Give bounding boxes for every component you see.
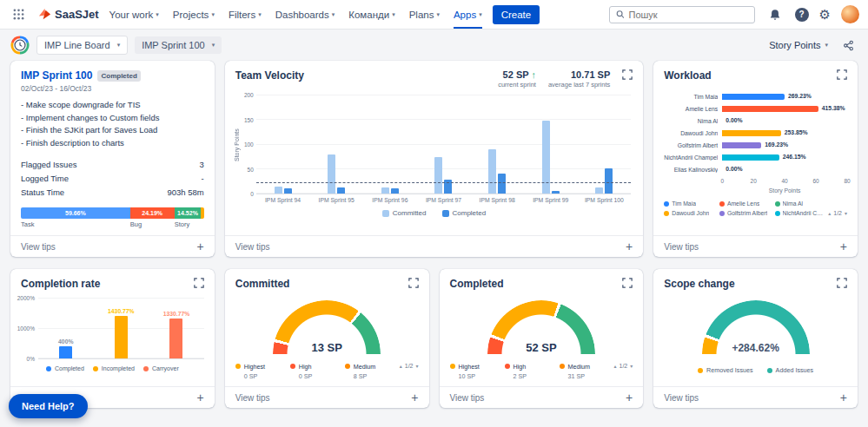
chevron-down-icon: ▾ (258, 11, 262, 18)
chevron-down-icon: ▾ (479, 11, 482, 18)
card-title: Workload (664, 69, 711, 82)
add-icon[interactable]: + (197, 391, 204, 404)
page-down-icon[interactable]: ▾ (845, 210, 847, 216)
legend-item[interactable]: Dawoudi John (664, 210, 714, 216)
legend-label: Golfstrim Albert (727, 210, 767, 216)
legend-item[interactable]: Highest10 SP (450, 363, 501, 380)
legend-item-removed[interactable]: Removed Issues (698, 366, 753, 374)
user-avatar[interactable] (841, 5, 859, 23)
search-input[interactable] (628, 10, 747, 20)
legend-pager[interactable]: ▴1/2▾ (828, 210, 847, 216)
share-icon[interactable] (838, 36, 858, 55)
settings-icon[interactable]: ⚙ (819, 8, 831, 21)
expand-icon[interactable] (194, 278, 204, 288)
workload-bar-track: 415.38% (722, 106, 847, 112)
legend-item[interactable]: Tim Maia (664, 200, 714, 207)
add-icon[interactable]: + (626, 240, 633, 253)
workload-row: Elias Kalinovskiy0.00% (660, 163, 847, 175)
nav-apps[interactable]: Apps▾ (454, 0, 482, 29)
completion-bar (59, 346, 72, 358)
page-up-icon[interactable]: ▴ (828, 210, 831, 216)
add-icon[interactable]: + (840, 391, 847, 404)
x-axis-label: IPM Sprint 97 (417, 197, 471, 203)
legend-item-added[interactable]: Added Issues (767, 366, 814, 374)
nav-filters[interactable]: Filters▾ (229, 0, 262, 29)
y-tick-label: 0% (27, 356, 35, 362)
search-box[interactable] (609, 6, 755, 23)
expand-icon[interactable] (837, 69, 847, 80)
notifications-icon[interactable] (765, 5, 785, 24)
expand-icon[interactable] (622, 278, 633, 288)
legend-item[interactable]: Highest0 SP (235, 363, 287, 380)
nav-your-work[interactable]: Your work▾ (109, 0, 159, 29)
velocity-bar-completed (498, 174, 506, 194)
team-velocity-card: Team Velocity 52 SP ↑ current sprint 10.… (225, 61, 644, 257)
legend-item[interactable]: Medium8 SP (345, 363, 396, 380)
add-icon[interactable]: + (411, 391, 418, 404)
x-tick-label: 20 (751, 178, 757, 184)
main-nav: Your work▾ Projects▾ Filters▾ Dashboards… (109, 0, 482, 29)
legend-pager[interactable]: ▴1/2▾ (614, 363, 633, 369)
nav-plans[interactable]: Plans▾ (409, 0, 440, 29)
expand-icon[interactable] (622, 69, 633, 80)
y-tick-label: 100 (244, 141, 254, 148)
legend-dot (450, 364, 455, 369)
legend-pager[interactable]: ▴1/2▾ (400, 363, 419, 369)
y-tick-label: 150 (244, 117, 254, 123)
legend-label: NichtAndrii Champel (783, 210, 825, 216)
board-select[interactable]: IMP Line Board▾ (36, 36, 128, 55)
page-down-icon[interactable]: ▾ (630, 363, 633, 369)
workload-value: 269.23% (788, 93, 812, 99)
x-axis-label: IPM Sprint 98 (470, 197, 524, 203)
workload-row: Nima Al0.00% (660, 115, 847, 127)
y-tick-label: 200 (244, 92, 254, 98)
view-tips-link[interactable]: View tips (450, 393, 485, 403)
sprint-select[interactable]: IMP Sprint 100▾ (135, 36, 222, 54)
legend-item-carryover[interactable]: Carryover (143, 365, 179, 371)
legend-item[interactable]: Nima Al (775, 200, 825, 207)
legend-item[interactable]: Golfstrim Albert (719, 210, 770, 216)
legend-item[interactable]: NichtAndrii Champel (775, 210, 825, 216)
workload-value: 169.23% (765, 141, 788, 148)
average-stat: 10.71 SP average last 7 sprints (548, 69, 610, 89)
expand-icon[interactable] (837, 278, 847, 288)
view-tips-link[interactable]: View tips (235, 393, 270, 403)
nav-teams[interactable]: Команди▾ (348, 0, 394, 29)
page-down-icon[interactable]: ▾ (416, 363, 419, 369)
legend-item-incompleted[interactable]: Incompleted (93, 365, 135, 371)
expand-icon[interactable] (408, 278, 419, 288)
nav-dashboards[interactable]: Dashboards▾ (275, 0, 335, 29)
legend-item[interactable]: Medium31 SP (560, 363, 611, 380)
nav-projects[interactable]: Projects▾ (173, 0, 215, 29)
view-tips-link[interactable]: View tips (235, 242, 270, 252)
view-tips-link[interactable]: View tips (664, 242, 699, 252)
legend-item-committed[interactable]: Committed (382, 209, 427, 217)
legend-item[interactable]: Amelie Lens (719, 200, 770, 207)
app-switcher-icon[interactable] (9, 5, 28, 24)
legend-item[interactable]: High2 SP (505, 363, 556, 380)
page-up-icon[interactable]: ▴ (400, 363, 402, 369)
sprint-title[interactable]: IMP Sprint 100 (21, 69, 92, 82)
create-button[interactable]: Create (493, 5, 540, 24)
workload-bar (722, 142, 761, 148)
saasjet-logo[interactable]: SaaSJet (38, 8, 99, 21)
add-icon[interactable]: + (840, 240, 847, 253)
velocity-bar-completed (391, 188, 399, 194)
legend-item[interactable]: High0 SP (290, 363, 341, 380)
page-up-icon[interactable]: ▴ (614, 363, 617, 369)
help-icon[interactable]: ? (795, 8, 809, 22)
velocity-plot-area (256, 95, 632, 194)
view-tips-link[interactable]: View tips (664, 393, 699, 403)
sprint-goal: - Make scope downgrade for TIS (21, 99, 204, 112)
view-tips-link[interactable]: View tips (21, 242, 56, 252)
add-icon[interactable]: + (626, 391, 633, 404)
metric-select[interactable]: Story Points▾ (769, 40, 828, 50)
legend-item-completed[interactable]: Completed (442, 209, 487, 217)
need-help-button[interactable]: Need Help? (9, 394, 88, 418)
completion-bar-group: 400% (49, 299, 83, 358)
saasjet-logo-icon (38, 8, 51, 21)
legend-item-completed[interactable]: Completed (46, 365, 84, 371)
add-icon[interactable]: + (197, 240, 204, 253)
velocity-bar-group (470, 95, 524, 194)
completion-bar-group: 1430.77% (103, 299, 138, 358)
